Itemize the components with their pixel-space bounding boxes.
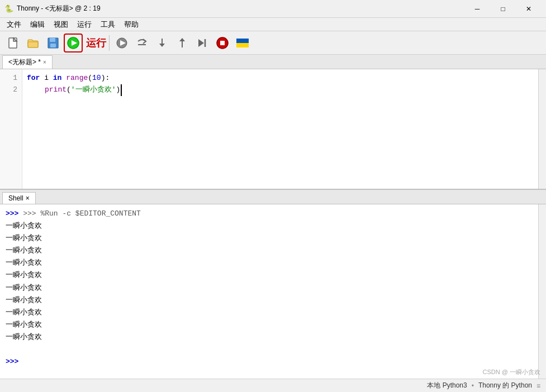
svg-rect-3 (50, 38, 55, 42)
stop-button[interactable] (213, 34, 232, 52)
resume-button[interactable] (193, 34, 212, 52)
shell-output-6: 一瞬小贪欢 (6, 282, 533, 294)
kw-for: for (27, 73, 40, 84)
shell-tab-label: Shell (8, 194, 23, 202)
editor-tab-close[interactable]: × (43, 59, 46, 65)
str-val: '一瞬小贪欢' (71, 84, 116, 96)
new-button[interactable] (3, 34, 22, 52)
editor-tab[interactable]: <无标题> * × (2, 55, 53, 69)
flag-icon (236, 39, 249, 47)
new-file-icon (7, 37, 19, 49)
status-end: ≡ (536, 382, 540, 390)
line-num-2: 2 (0, 84, 22, 96)
shell-tab[interactable]: Shell × (2, 192, 36, 204)
step-over-button[interactable] (132, 34, 151, 52)
shell-output-5: 一瞬小贪欢 (6, 269, 533, 281)
maximize-button[interactable]: □ (490, 0, 516, 18)
line-numbers: 1 2 (0, 69, 22, 189)
resume-icon (196, 37, 208, 49)
svg-rect-1 (28, 42, 38, 47)
open-button[interactable] (23, 34, 42, 52)
builtin-range: range (66, 73, 88, 84)
menu-tools[interactable]: 工具 (96, 18, 120, 31)
shell-panel: Shell × >>> >>> %Run -c $EDITOR_CONTENT … (0, 189, 546, 379)
code-editor[interactable]: for i in range ( 10 ): print ( '一瞬小贪欢' ) (22, 69, 538, 189)
svg-rect-19 (236, 43, 249, 47)
window-controls: ─ □ ✕ (464, 0, 542, 18)
save-icon (47, 37, 59, 49)
shell-output-10: 一瞬小贪欢 (6, 331, 533, 343)
shell-output-2: 一瞬小贪欢 (6, 232, 533, 245)
step-into-button[interactable] (153, 34, 172, 52)
svg-rect-0 (9, 38, 17, 48)
svg-rect-4 (50, 44, 56, 47)
indent-space (27, 84, 45, 96)
save-button[interactable] (44, 34, 63, 52)
editor-scrollbar[interactable] (538, 69, 546, 189)
menu-bar: 文件 编辑 视图 运行 工具 帮助 (0, 18, 546, 31)
shell-tab-close[interactable]: × (26, 194, 30, 202)
debug-button[interactable] (112, 34, 131, 52)
menu-edit[interactable]: 编辑 (26, 18, 49, 31)
svg-rect-17 (220, 41, 225, 45)
open-folder-icon (27, 37, 39, 49)
status-sep-1: • (472, 382, 474, 390)
status-python: 本地 Python3 (427, 381, 467, 390)
plain-close: ) (116, 84, 120, 96)
editor-tab-bar: <无标题> * × (0, 55, 546, 69)
run-button[interactable] (64, 34, 83, 52)
toolbar: 运行 (0, 31, 546, 55)
minimize-button[interactable]: ─ (464, 0, 490, 18)
flag-button[interactable] (233, 34, 252, 52)
debug-icon (116, 37, 128, 49)
cursor (121, 84, 126, 96)
shell-prompt-end: >>> (6, 357, 18, 366)
shell-output-7: 一瞬小贪欢 (6, 294, 533, 307)
run-icon (67, 37, 79, 49)
status-thonny: Thonny 的 Python (478, 381, 532, 390)
shell-run-prompt: >>> (6, 209, 23, 218)
builtin-print: print (45, 84, 67, 96)
shell-output-1: 一瞬小贪欢 (6, 220, 533, 232)
shell-output-4: 一瞬小贪欢 (6, 257, 533, 269)
line-num-1: 1 (0, 73, 22, 84)
kw-in: in (53, 73, 62, 84)
plain-space (61, 73, 66, 84)
menu-file[interactable]: 文件 (2, 18, 26, 31)
toolbar-separator (109, 35, 110, 51)
step-over-icon (136, 37, 148, 49)
shell-text[interactable]: >>> >>> %Run -c $EDITOR_CONTENT 一瞬小贪欢 一瞬… (0, 204, 538, 379)
shell-tab-bar: Shell × (0, 190, 546, 204)
step-out-button[interactable] (173, 34, 192, 52)
menu-run[interactable]: 运行 (73, 18, 96, 31)
window-title: Thonny - <无标题> @ 2 : 19 (17, 4, 464, 13)
stop-icon (216, 37, 229, 49)
code-line-1: for i in range ( 10 ): (27, 73, 534, 84)
plain-paren1: ( (88, 73, 92, 84)
menu-help[interactable]: 帮助 (120, 18, 143, 31)
shell-output-9: 一瞬小贪欢 (6, 319, 533, 331)
editor-tab-label: <无标题> * (8, 58, 41, 67)
close-button[interactable]: ✕ (516, 0, 542, 18)
step-out-icon (176, 37, 188, 49)
editor-area[interactable]: 1 2 for i in range ( 10 ): print ( '一瞬小贪… (0, 69, 546, 189)
num-10: 10 (92, 73, 101, 84)
code-line-2: print ( '一瞬小贪欢' ) (27, 84, 534, 96)
plain-colon: ): (101, 73, 110, 84)
shell-run-cmd: >>> %Run -c $EDITOR_CONTENT (23, 209, 141, 218)
plain-paren2: ( (67, 84, 71, 96)
plain-i: i (40, 73, 53, 84)
title-bar: 🐍 Thonny - <无标题> @ 2 : 19 ─ □ ✕ (0, 0, 546, 18)
shell-content: >>> >>> %Run -c $EDITOR_CONTENT 一瞬小贪欢 一瞬… (0, 204, 546, 379)
status-bar: 本地 Python3 • Thonny 的 Python ≡ (0, 379, 546, 392)
step-into-icon (156, 37, 168, 49)
svg-rect-18 (236, 39, 249, 43)
shell-output-8: 一瞬小贪欢 (6, 307, 533, 319)
run-label: 运行 (86, 36, 106, 50)
shell-output-3: 一瞬小贪欢 (6, 245, 533, 257)
menu-view[interactable]: 视图 (49, 18, 73, 31)
svg-marker-11 (159, 44, 165, 47)
shell-scrollbar[interactable] (538, 204, 546, 379)
app-icon: 🐍 (4, 4, 13, 13)
svg-marker-14 (198, 39, 204, 47)
